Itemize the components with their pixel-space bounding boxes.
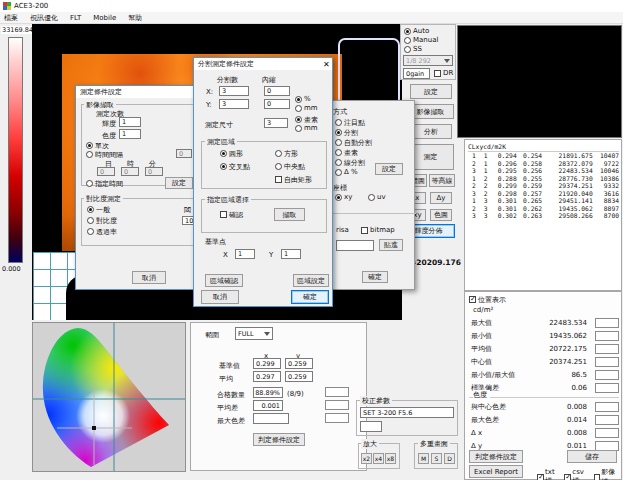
export-check[interactable]: 影像檔 xyxy=(594,467,621,480)
menu-item[interactable]: FLT xyxy=(70,14,81,22)
free-rect-checkbox[interactable] xyxy=(275,176,282,183)
avg-y-field[interactable]: 0.259 xyxy=(285,371,313,382)
method-set-button[interactable]: 設定 xyxy=(375,163,403,175)
ref-x-field[interactable]: 0.299 xyxy=(253,358,281,369)
shutter-dropdown[interactable]: 1/8 292 xyxy=(403,55,453,66)
chroma-count-field[interactable]: 1 xyxy=(119,129,141,139)
settings-button[interactable]: 設定 xyxy=(410,84,452,99)
delta-pct-radio[interactable] xyxy=(335,169,342,176)
multiscreen-button[interactable]: D xyxy=(444,453,455,464)
avg-x-field[interactable]: 0.297 xyxy=(253,371,281,382)
zoom-factor-button[interactable]: x2 xyxy=(361,453,372,464)
percent-radio[interactable] xyxy=(295,96,302,103)
multiscreen-button[interactable]: M xyxy=(418,453,429,464)
auto-split-radio[interactable] xyxy=(335,139,342,146)
cross-radio[interactable] xyxy=(220,163,227,170)
export-check[interactable]: txt檔 xyxy=(537,467,560,480)
delta-y-button[interactable]: Δy xyxy=(430,192,452,204)
x-division-field[interactable]: 3 xyxy=(219,86,249,96)
normal-radio[interactable] xyxy=(87,206,94,213)
bitmap-checkbox[interactable] xyxy=(361,227,368,234)
table-row[interactable]: 13 0.3010.265 29451.1418834 xyxy=(468,197,619,205)
menu-item[interactable]: 視訊優化 xyxy=(30,13,58,23)
grab-button[interactable]: 擷取 xyxy=(274,208,305,221)
excel-report-button[interactable]: Excel Report xyxy=(469,465,523,478)
paste-button[interactable]: 貼進 xyxy=(379,239,403,251)
attention-point-label: 注目點 xyxy=(344,118,365,128)
menu-bar: 檔案視訊優化FLTMobile幫助 xyxy=(0,12,623,24)
lum-count-field[interactable]: 1 xyxy=(119,117,141,127)
table-row[interactable]: 31 0.2950.256 22483.53410046 xyxy=(468,167,619,175)
position-display-checkbox[interactable] xyxy=(469,296,476,303)
cancel-button[interactable]: 取消 xyxy=(201,290,239,304)
ok-button[interactable]: 確定 xyxy=(291,290,329,304)
pixel-radio[interactable] xyxy=(335,149,342,156)
base-x-field[interactable]: 1 xyxy=(235,249,255,259)
save-button[interactable]: 儲存 xyxy=(567,450,617,463)
table-row[interactable]: 22 0.2990.259 29374.2519332 xyxy=(468,182,619,190)
cancel-button[interactable]: 取消 xyxy=(132,271,166,284)
contrast-radio[interactable] xyxy=(87,217,94,224)
measurement-table[interactable]: CLxycd/m2K 11 0.2940.254 21891.67510407 … xyxy=(464,139,622,291)
close-icon[interactable]: ✕ xyxy=(323,60,330,69)
split-radio[interactable] xyxy=(335,129,342,136)
multiscreen-button[interactable]: S xyxy=(431,453,442,464)
secondary-image-view[interactable] xyxy=(457,25,622,138)
dr-checkbox[interactable] xyxy=(434,70,441,77)
calibration-value-field[interactable]: SET 3-200 F5.6 xyxy=(360,407,454,418)
stat-row: 最小值 19435.062 xyxy=(471,329,619,342)
zoom-factor-button[interactable]: x8 xyxy=(385,453,396,464)
menu-item[interactable]: 檔案 xyxy=(4,13,18,23)
zoom-factor-button[interactable]: x4 xyxy=(373,453,384,464)
exposure-ss-radio[interactable] xyxy=(404,46,411,53)
region-confirm-button[interactable]: 區域確認 xyxy=(205,274,243,287)
y-inset-field[interactable]: 0 xyxy=(264,99,290,109)
confirm-checkbox[interactable] xyxy=(220,211,227,218)
ref-y-field[interactable]: 0.259 xyxy=(285,358,313,369)
menu-item[interactable]: Mobile xyxy=(93,14,116,22)
interval-radio[interactable] xyxy=(86,151,93,158)
square-radio[interactable] xyxy=(275,150,282,157)
uv-radio[interactable] xyxy=(368,194,375,201)
transmit-radio[interactable] xyxy=(87,228,94,235)
cie-diagram-panel[interactable] xyxy=(32,322,186,472)
gain-field[interactable]: 0gain xyxy=(403,68,430,79)
exposure-auto-radio[interactable] xyxy=(404,28,411,35)
mm-radio[interactable] xyxy=(295,105,302,112)
judge-condition-button[interactable]: 判定條件設定 xyxy=(469,450,523,463)
center-radio[interactable] xyxy=(275,163,282,170)
export-check[interactable]: csv檔 xyxy=(564,467,589,480)
calibration-value2-field[interactable] xyxy=(360,421,382,432)
method-path-field[interactable] xyxy=(336,240,374,251)
xy-radio[interactable] xyxy=(335,194,342,201)
x-inset-field[interactable]: 0 xyxy=(264,86,290,96)
judge-condition-button[interactable]: 判定條件設定 xyxy=(253,433,305,446)
range-dropdown[interactable]: FULL xyxy=(235,327,273,340)
single-radio[interactable] xyxy=(86,142,93,149)
table-row[interactable]: 23 0.3010.262 19435.0628897 xyxy=(468,205,619,213)
analyze-button[interactable]: 分析 xyxy=(410,124,452,139)
table-row[interactable]: 12 0.2880.255 28776.73010386 xyxy=(468,175,619,183)
mm-unit-radio[interactable] xyxy=(295,125,302,132)
table-row[interactable]: 32 0.2980.257 21920.0403616 xyxy=(468,190,619,198)
table-row[interactable]: 21 0.2960.258 28372.0799722 xyxy=(468,160,619,168)
size-field[interactable]: 3 xyxy=(264,118,288,128)
line-split-radio[interactable] xyxy=(335,159,342,166)
ok-button[interactable]: 確定 xyxy=(362,271,388,283)
pixel-unit-radio[interactable] xyxy=(295,116,302,123)
time-set-button[interactable]: 設定 xyxy=(165,177,193,189)
region-set-button[interactable]: 區域設定 xyxy=(293,274,329,287)
table-row[interactable]: 11 0.2940.254 21891.67510407 xyxy=(468,152,619,160)
exposure-manual-radio[interactable] xyxy=(404,37,411,44)
table-row[interactable]: 33 0.3020.263 29508.2668700 xyxy=(468,212,619,220)
chroma-stats-list: 與中心色差 0.008 最大色差 0.014 Δ x 0.008 xyxy=(471,400,619,452)
menu-item[interactable]: 幫助 xyxy=(128,13,142,23)
base-y-field[interactable]: 1 xyxy=(281,249,301,259)
circle-radio[interactable] xyxy=(220,150,227,157)
contour-button[interactable]: 等高線 xyxy=(429,174,455,187)
attention-point-radio[interactable] xyxy=(335,119,342,126)
colormap-button[interactable]: 色圖 xyxy=(430,209,452,221)
y-division-field[interactable]: 3 xyxy=(219,99,249,109)
dialog-title[interactable]: 分割測定條件設定 xyxy=(194,58,332,70)
timed-radio[interactable] xyxy=(86,180,93,187)
